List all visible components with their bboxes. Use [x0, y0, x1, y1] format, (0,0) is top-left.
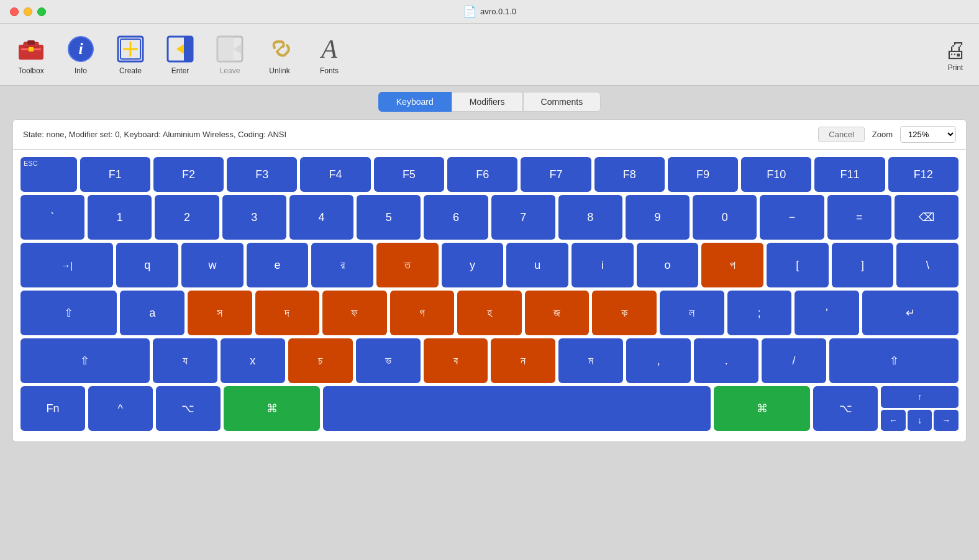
toolbar-enter[interactable]: Enter [155, 30, 205, 79]
key-slash[interactable]: / [762, 338, 826, 383]
toolbar-print-area: 🖨 Print [944, 37, 967, 72]
key-f12[interactable]: F12 [888, 157, 959, 192]
key-p[interactable]: প [701, 243, 763, 287]
leave-label: Leave [220, 66, 240, 75]
keyboard-container: ESC F1 F2 F3 F4 F5 F6 F7 F8 F9 F10 F11 F… [12, 150, 967, 442]
key-up[interactable]: ↑ [881, 386, 959, 408]
key-8[interactable]: 8 [558, 195, 622, 240]
key-f6[interactable]: F6 [447, 157, 517, 192]
key-enter[interactable]: ↵ [862, 291, 959, 335]
key-q[interactable]: q [116, 243, 178, 287]
key-backspace[interactable]: ⌫ [895, 195, 959, 240]
key-f3[interactable]: F3 [227, 157, 297, 192]
key-1[interactable]: 1 [88, 195, 152, 240]
key-f[interactable]: ফ [322, 291, 387, 335]
key-comma[interactable]: , [626, 338, 691, 383]
key-backslash[interactable]: \ [896, 243, 959, 287]
toolbar-leave[interactable]: Leave [205, 30, 255, 79]
key-e[interactable]: e [247, 243, 309, 287]
key-0[interactable]: 0 [693, 195, 757, 240]
key-i[interactable]: i [571, 243, 634, 287]
svg-text:i: i [78, 40, 83, 58]
key-equals[interactable]: = [827, 195, 891, 240]
zoom-select[interactable]: 75% 100% 125% 150% 175% 200% [900, 126, 956, 143]
key-bracketright[interactable]: ] [832, 243, 894, 287]
key-f7[interactable]: F7 [521, 157, 591, 192]
key-c[interactable]: চ [288, 338, 353, 383]
key-space[interactable] [323, 386, 710, 431]
key-f5[interactable]: F5 [374, 157, 444, 192]
key-v[interactable]: ভ [356, 338, 421, 383]
key-n[interactable]: ন [491, 338, 555, 383]
key-w[interactable]: w [181, 243, 244, 287]
key-ctrl[interactable]: ^ [88, 386, 153, 431]
key-t[interactable]: ত [376, 243, 439, 287]
key-esc[interactable]: ESC [20, 157, 77, 192]
key-6[interactable]: 6 [424, 195, 488, 240]
key-f4[interactable]: F4 [300, 157, 370, 192]
key-b[interactable]: ব [424, 338, 488, 383]
key-lcmd[interactable]: ⌘ [224, 386, 321, 431]
key-x[interactable]: x [221, 338, 285, 383]
key-period[interactable]: . [694, 338, 758, 383]
key-down[interactable]: ↓ [908, 410, 932, 431]
key-rcmd[interactable]: ⌘ [714, 386, 811, 431]
toolbar-fonts[interactable]: A Fonts [304, 30, 354, 79]
key-m[interactable]: ম [558, 338, 623, 383]
key-k[interactable]: ক [592, 291, 657, 335]
key-tab[interactable]: →| [20, 243, 113, 287]
key-fn[interactable]: Fn [20, 386, 85, 431]
svg-rect-15 [217, 37, 234, 61]
key-g[interactable]: গ [390, 291, 455, 335]
key-lalt[interactable]: ⌥ [156, 386, 221, 431]
key-semicolon[interactable]: ; [727, 291, 792, 335]
toolbar-unlink[interactable]: Unlink [255, 30, 304, 79]
key-lshift[interactable]: ⇧ [20, 338, 150, 383]
key-ralt[interactable]: ⌥ [813, 386, 878, 431]
key-f2[interactable]: F2 [153, 157, 224, 192]
key-y[interactable]: y [442, 243, 504, 287]
key-j[interactable]: জ [525, 291, 590, 335]
key-r[interactable]: র [311, 243, 373, 287]
key-9[interactable]: 9 [626, 195, 690, 240]
toolbar-create[interactable]: Create [106, 30, 155, 79]
key-f9[interactable]: F9 [668, 157, 738, 192]
key-right[interactable]: → [934, 410, 959, 431]
key-d[interactable]: দ [255, 291, 320, 335]
key-rshift[interactable]: ⇧ [829, 338, 959, 383]
key-quote[interactable]: ' [795, 291, 859, 335]
toolbar-info[interactable]: i Info [56, 30, 106, 79]
key-backtick[interactable]: ` [20, 195, 84, 240]
tab-comments[interactable]: Comments [523, 92, 601, 112]
key-3[interactable]: 3 [222, 195, 286, 240]
key-5[interactable]: 5 [357, 195, 421, 240]
key-o[interactable]: o [637, 243, 699, 287]
key-z[interactable]: য [153, 338, 217, 383]
key-l[interactable]: ল [660, 291, 724, 335]
key-a[interactable]: a [120, 291, 184, 335]
key-7[interactable]: 7 [491, 195, 555, 240]
close-button[interactable] [10, 7, 19, 16]
key-f8[interactable]: F8 [594, 157, 665, 192]
key-u[interactable]: u [506, 243, 568, 287]
key-capslock[interactable]: ⇧ [20, 291, 117, 335]
minimize-button[interactable] [24, 7, 32, 16]
print-button[interactable]: 🖨 Print [944, 37, 967, 72]
key-f10[interactable]: F10 [741, 157, 811, 192]
key-h[interactable]: হ [457, 291, 522, 335]
tab-modifiers[interactable]: Modifiers [452, 92, 523, 112]
key-s[interactable]: স [188, 291, 252, 335]
maximize-button[interactable] [37, 7, 46, 16]
key-left[interactable]: ← [881, 410, 906, 431]
cancel-button[interactable]: Cancel [818, 127, 864, 142]
key-minus[interactable]: − [760, 195, 824, 240]
key-2[interactable]: 2 [155, 195, 219, 240]
info-label: Info [75, 66, 87, 75]
toolbar-toolbox[interactable]: Toolbox [6, 30, 56, 79]
key-f11[interactable]: F11 [814, 157, 885, 192]
key-4[interactable]: 4 [289, 195, 353, 240]
key-f1[interactable]: F1 [80, 157, 150, 192]
key-bracketleft[interactable]: [ [767, 243, 829, 287]
svg-rect-2 [27, 40, 35, 45]
tab-keyboard[interactable]: Keyboard [378, 92, 452, 112]
